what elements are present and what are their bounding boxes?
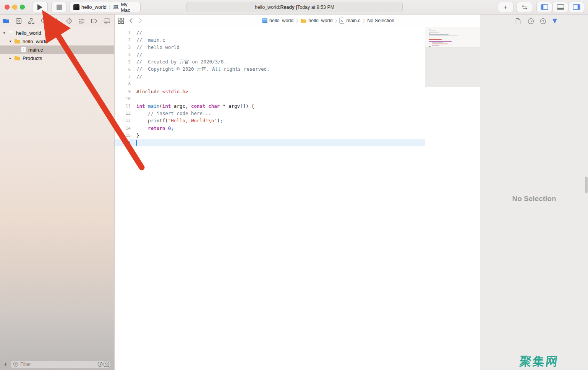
code-line[interactable]: 2// main.c — [115, 36, 425, 44]
code-line[interactable]: 6// Copyright © 2020 亓官. All rights rese… — [115, 66, 425, 73]
go-back-button[interactable] — [129, 18, 133, 24]
minimap-line — [429, 39, 442, 40]
clock-icon — [528, 18, 534, 24]
inspector-tab-bar: ? — [480, 15, 588, 27]
code-line[interactable]: 14 return 0; — [115, 124, 425, 131]
disclosure-closed-icon[interactable]: ▸ — [8, 56, 12, 60]
chevron-right-icon: 〉 — [109, 5, 110, 10]
source-editor[interactable]: 1//2// main.c3// hello_world4//5// Creat… — [115, 27, 425, 370]
laptop-icon — [113, 5, 119, 10]
code-line[interactable]: 10 — [115, 95, 425, 102]
disclosure-open-icon[interactable]: ▾ — [8, 39, 12, 43]
chevron-separator-icon: 〉 — [296, 18, 298, 23]
code-text: // insert code here... — [136, 110, 211, 116]
report-navigator-tab[interactable] — [103, 17, 110, 24]
code-line[interactable]: 13 printf("Hello, World!\n"); — [115, 117, 425, 124]
filter-placeholder: Filter — [20, 362, 31, 367]
filter-icon — [13, 362, 18, 367]
add-library-button[interactable]: + — [498, 2, 513, 12]
code-text: // hello_world — [136, 44, 180, 50]
code-line[interactable]: 7// — [115, 73, 425, 80]
toggle-inspector-panel-button[interactable] — [569, 2, 584, 12]
minimap[interactable] — [425, 27, 480, 370]
toggle-navigator-panel-button[interactable] — [536, 2, 552, 12]
line-number[interactable]: 6 — [115, 67, 131, 72]
code-text: // main.c — [136, 37, 165, 43]
code-line[interactable]: 3// hello_world — [115, 44, 425, 51]
code-line[interactable]: 11int main(int argc, const char * argv[]… — [115, 102, 425, 110]
code-line[interactable]: 5// Created by 亓官 on 2020/3/8. — [115, 58, 425, 66]
chevron-right-icon — [138, 18, 142, 24]
line-number[interactable]: 13 — [115, 118, 131, 123]
minimap-line — [429, 29, 430, 30]
stop-button[interactable] — [51, 2, 67, 12]
line-number[interactable]: 2 — [115, 37, 131, 42]
document-icon — [515, 18, 521, 24]
breakpoint-navigator-tab[interactable] — [91, 17, 98, 24]
scrollbar-thumb[interactable] — [585, 177, 588, 193]
close-window-button[interactable] — [5, 5, 10, 10]
toggle-debug-panel-button[interactable] — [552, 2, 568, 12]
breadcrumb-project[interactable]: hello_world — [262, 18, 293, 23]
find-navigator-tab[interactable] — [40, 17, 47, 24]
code-line[interactable]: 12 // insert code here... — [115, 110, 425, 117]
code-line[interactable]: 16 — [115, 139, 425, 146]
line-number[interactable]: 4 — [115, 52, 131, 57]
issue-navigator-tab[interactable] — [53, 17, 60, 24]
project-navigator-tab[interactable] — [2, 17, 10, 24]
line-number[interactable]: 7 — [115, 74, 131, 79]
file-inspector-tab[interactable] — [515, 18, 522, 24]
code-area[interactable]: 1//2// main.c3// hello_world4//5// Creat… — [115, 29, 425, 146]
breadcrumb-group[interactable]: hello_world — [300, 18, 332, 23]
line-number[interactable]: 9 — [115, 89, 131, 94]
test-navigator-tab[interactable] — [65, 17, 73, 24]
chevron-separator-icon: 〉 — [363, 18, 364, 23]
debug-navigator-tab[interactable] — [78, 17, 85, 24]
line-number[interactable]: 12 — [115, 111, 131, 116]
run-button[interactable] — [32, 2, 48, 12]
right-panel-icon — [573, 4, 580, 10]
symbol-navigator-tab[interactable] — [28, 17, 35, 24]
tree-row-file-selected[interactable]: c main.c — [0, 45, 114, 54]
scheme-selector[interactable]: hello_world 〉 My Mac — [70, 2, 141, 12]
filter-field[interactable]: Filter — [11, 360, 110, 368]
breadcrumb-file[interactable]: c main.c — [339, 18, 360, 24]
line-number[interactable]: 11 — [115, 104, 131, 109]
line-number[interactable]: 3 — [115, 45, 131, 50]
breadcrumb-symbol[interactable]: No Selection — [367, 18, 394, 23]
code-line[interactable]: 8 — [115, 80, 425, 88]
add-file-button[interactable]: + — [4, 361, 7, 368]
code-text: // — [136, 74, 142, 80]
scheme-name: hello_world — [81, 4, 107, 10]
editor-mode-button[interactable] — [517, 2, 532, 12]
tree-row-project[interactable]: ▾ hello_world — [0, 29, 114, 37]
source-control-filter-icon[interactable] — [104, 362, 109, 367]
code-line[interactable]: 9#include <stdio.h> — [115, 88, 425, 95]
zoom-window-button[interactable] — [20, 5, 25, 10]
line-number[interactable]: 14 — [115, 126, 131, 131]
tree-row-products[interactable]: ▸ Products — [0, 54, 114, 62]
line-number[interactable]: 10 — [115, 96, 131, 101]
go-forward-button[interactable] — [138, 18, 142, 24]
code-text: printf("Hello, World!\n"); — [136, 118, 223, 123]
swap-arrows-icon — [521, 5, 528, 10]
minimize-window-button[interactable] — [12, 5, 17, 10]
code-line[interactable]: 15} — [115, 132, 425, 139]
line-number[interactable]: 1 — [115, 30, 131, 35]
code-line[interactable]: 4// — [115, 51, 425, 58]
download-arrow-annotation[interactable] — [551, 18, 558, 24]
related-items-button[interactable] — [118, 18, 124, 24]
line-number[interactable]: 15 — [115, 133, 131, 138]
related-items-grid-icon — [118, 18, 124, 24]
recent-files-clock-icon[interactable] — [97, 362, 103, 367]
line-number[interactable]: 8 — [115, 81, 131, 86]
history-inspector-tab[interactable] — [527, 18, 534, 24]
code-text: return 0; — [136, 125, 174, 131]
line-number[interactable]: 16 — [115, 140, 131, 145]
code-line[interactable]: 1// — [115, 29, 425, 36]
quick-help-inspector-tab[interactable]: ? — [539, 18, 546, 24]
line-number[interactable]: 5 — [115, 60, 131, 65]
source-control-navigator-tab[interactable] — [15, 17, 22, 24]
tree-row-group[interactable]: ▾ hello_world — [0, 37, 114, 45]
disclosure-open-icon[interactable]: ▾ — [2, 31, 6, 35]
